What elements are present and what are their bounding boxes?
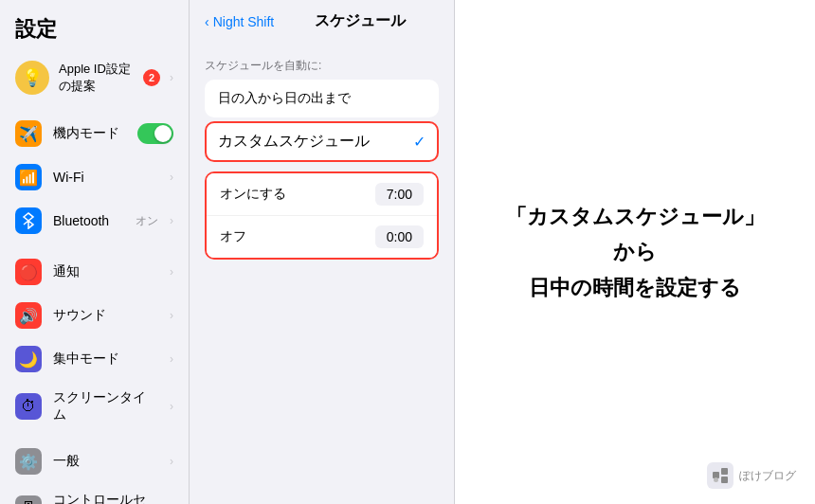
off-time-label: オフ	[220, 228, 246, 245]
profile-section[interactable]: 💡 Apple ID設定の提案 2 ›	[0, 51, 189, 104]
bluetooth-chevron-icon: ›	[170, 214, 173, 227]
off-time-row[interactable]: オフ 0:00	[207, 216, 437, 258]
controlcenter-icon: 🎛	[15, 495, 42, 504]
middle-panel: ‹ Night Shift スケジュール スケジュールを自動に: 日の入から日の…	[190, 0, 455, 504]
svg-line-0	[28, 213, 33, 217]
profile-label: Apple ID設定の提案	[59, 61, 134, 95]
back-label: Night Shift	[213, 14, 275, 29]
focus-icon: 🌙	[15, 346, 42, 372]
profile-badge: 2	[143, 69, 160, 86]
focus-label: 集中モード	[53, 351, 158, 368]
sunrise-sunset-option[interactable]: 日の入から日の出まで	[205, 80, 439, 117]
sidebar-item-controlcenter[interactable]: 🎛 コントロールセンター ›	[0, 483, 189, 504]
airplanemode-toggle[interactable]	[137, 123, 173, 144]
sidebar-item-airplanemode[interactable]: ✈️ 機内モード	[0, 112, 189, 155]
notifications-label: 通知	[53, 263, 158, 280]
custom-schedule-check-icon: ✓	[413, 133, 426, 151]
svg-point-5	[714, 477, 718, 482]
sidebar-item-screentime[interactable]: ⏱ スクリーンタイム ›	[0, 381, 189, 432]
logo-icon	[707, 462, 734, 489]
sidebar-item-general[interactable]: ⚙️ 一般 ›	[0, 440, 189, 483]
general-chevron-icon: ›	[170, 455, 173, 468]
wifi-icon: 📶	[15, 164, 42, 190]
profile-icon: 💡	[15, 61, 49, 95]
wifi-chevron-icon: ›	[170, 171, 173, 184]
panel-title: スケジュール	[281, 11, 439, 31]
notifications-icon: 🔴	[15, 259, 42, 285]
svg-rect-4	[721, 477, 728, 483]
airplanemode-label: 機内モード	[53, 125, 126, 142]
sidebar-item-notifications[interactable]: 🔴 通知 ›	[0, 250, 189, 294]
custom-schedule-option[interactable]: カスタムスケジュール ✓	[205, 121, 439, 162]
sounds-icon: 🔊	[15, 302, 42, 329]
annotation-line2: から	[506, 234, 765, 269]
on-time-label: オンにする	[220, 186, 286, 203]
annotation: 「カスタムスケジュール」 から 日中の時間を設定する	[506, 199, 765, 305]
notifications-chevron-icon: ›	[170, 265, 173, 279]
sidebar-item-wifi[interactable]: 📶 Wi-Fi ›	[0, 155, 189, 199]
sidebar-item-sounds[interactable]: 🔊 サウンド ›	[0, 294, 189, 337]
right-panel: 「カスタムスケジュール」 から 日中の時間を設定する ぽけブログ	[455, 0, 815, 504]
on-time-value: 7:00	[375, 183, 424, 206]
general-label: 一般	[53, 453, 158, 470]
custom-schedule-label: カスタムスケジュール	[218, 132, 370, 152]
sidebar-item-focus[interactable]: 🌙 集中モード ›	[0, 337, 189, 381]
bluetooth-status: オン	[136, 213, 158, 229]
schedule-options: 日の入から日の出まで	[205, 80, 439, 117]
on-time-row[interactable]: オンにする 7:00	[207, 173, 437, 216]
time-highlight-box: オンにする 7:00 オフ 0:00	[205, 171, 439, 260]
sidebar: 設定 💡 Apple ID設定の提案 2 › ✈️ 機内モード 📶 Wi-Fi …	[0, 0, 190, 504]
logo-area: ぽけブログ	[707, 462, 796, 489]
annotation-line3: 日中の時間を設定する	[506, 270, 765, 305]
sidebar-item-bluetooth[interactable]: Bluetooth オン ›	[0, 199, 189, 243]
screentime-icon: ⏱	[15, 393, 42, 420]
off-time-value: 0:00	[375, 225, 424, 248]
chevron-right-icon: ›	[170, 71, 173, 84]
screentime-chevron-icon: ›	[170, 400, 173, 413]
screentime-label: スクリーンタイム	[53, 389, 158, 423]
back-chevron-icon: ‹	[205, 14, 209, 29]
airplanemode-icon: ✈️	[15, 120, 42, 147]
section-label: スケジュールを自動に:	[205, 58, 439, 74]
annotation-line1: 「カスタムスケジュール」	[506, 199, 765, 234]
svg-rect-3	[721, 468, 728, 475]
focus-chevron-icon: ›	[170, 352, 173, 366]
controlcenter-label: コントロールセンター	[53, 492, 158, 504]
bluetooth-label: Bluetooth	[53, 213, 124, 228]
sounds-label: サウンド	[53, 307, 158, 324]
svg-rect-2	[713, 472, 719, 478]
sounds-chevron-icon: ›	[170, 309, 173, 322]
sunrise-sunset-label: 日の入から日の出まで	[218, 90, 351, 107]
panel-header: ‹ Night Shift スケジュール	[190, 0, 454, 43]
panel-body: スケジュールを自動に: 日の入から日の出まで カスタムスケジュール ✓ オンにす…	[190, 43, 454, 504]
sidebar-title: 設定	[0, 0, 189, 51]
logo-text: ぽけブログ	[739, 468, 796, 484]
bluetooth-icon	[15, 207, 42, 234]
back-button[interactable]: ‹ Night Shift	[205, 14, 274, 29]
wifi-label: Wi-Fi	[53, 170, 158, 185]
general-icon: ⚙️	[15, 448, 42, 475]
